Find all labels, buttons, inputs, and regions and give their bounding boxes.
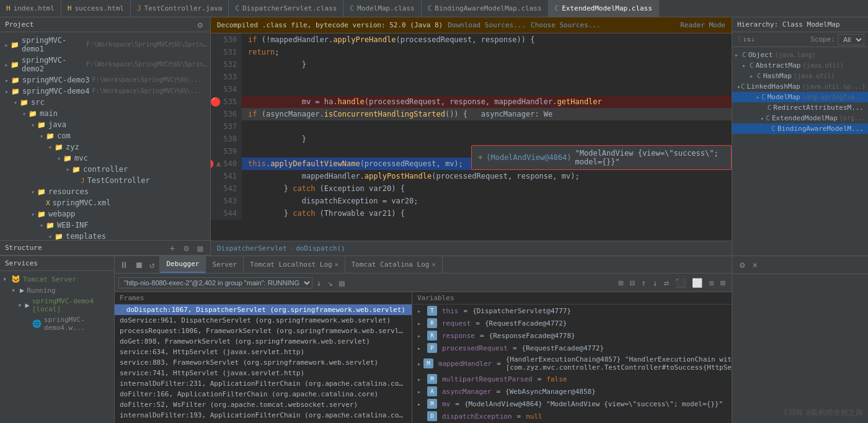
- debug-stop-icon[interactable]: ⏹: [132, 259, 146, 271]
- debug-extra8[interactable]: ≡: [706, 277, 716, 289]
- tab-tomcat-catalina-close[interactable]: ×: [432, 261, 436, 268]
- tree-item-main[interactable]: ▾📁main: [0, 108, 210, 119]
- breadcrumb-method[interactable]: doDispatch(): [296, 244, 345, 252]
- frame-item[interactable]: internalDoFilter:231, ApplicationFilterC…: [115, 378, 412, 389]
- tree-item-demo4[interactable]: ▸📁springMVC-demo4F:\Workspace\SpringMVC代…: [0, 86, 210, 97]
- debug-extra6[interactable]: ⬛: [673, 277, 688, 289]
- reader-mode-btn[interactable]: Reader Mode: [680, 21, 725, 29]
- var-item[interactable]: ▸Mmv={ModelAndView@4864} "ModelAndView {…: [412, 398, 732, 410]
- tab-server[interactable]: Server: [206, 256, 244, 273]
- tree-item-resources[interactable]: ▾📁resources: [0, 186, 210, 197]
- bottom-right-settings[interactable]: ⚙: [737, 259, 747, 271]
- frame-item[interactable]: processRequest:1006, FrameworkServlet (o…: [115, 326, 412, 336]
- var-item[interactable]: ▸Tthis={DispatcherServlet@4777}: [412, 305, 732, 317]
- tree-item-demo3[interactable]: ▸📁springMVC-demo3F:\Workspace\SpringMVC代…: [0, 74, 210, 86]
- debug-extra3[interactable]: ↑: [639, 277, 649, 289]
- tab-index[interactable]: H index.html: [0, 0, 61, 17]
- tree-item-java[interactable]: ▾📁java: [0, 119, 210, 130]
- frame-item[interactable]: doFilter:52, WsFilter (org.apache.tomcat…: [115, 399, 412, 410]
- hierarchy-item-linkedhashmap[interactable]: ▸CLinkedHashMap(java.util.sp...): [732, 81, 868, 92]
- download-sources-btn[interactable]: Download Sources...: [448, 21, 526, 29]
- frame-item[interactable]: service:741, HttpServlet (javax.servlet.…: [115, 368, 412, 378]
- debug-extra2[interactable]: ⊟: [627, 277, 637, 289]
- debugger-panel: ⏸ ⏹ ↺ Debugger Server Tomcat Localhost L…: [115, 256, 732, 423]
- debug-extra7[interactable]: ⬜: [689, 277, 705, 289]
- tab-extendedmodel[interactable]: C ExtendedModelMap.class: [549, 0, 659, 17]
- frame-item[interactable]: doFilter:166, ApplicationFilterChain (or…: [115, 389, 412, 399]
- project-gear-icon[interactable]: ⚙: [195, 19, 205, 31]
- frames-list[interactable]: ✓doDispatch:1067, DispatcherServlet (org…: [115, 305, 412, 423]
- tab-success[interactable]: H success.html: [61, 0, 131, 17]
- tab-dispatcherservlet[interactable]: C DispatcherServlet.class: [229, 0, 343, 17]
- services-content[interactable]: ▾🐱Tomcat Server▾▶Running▾▶springMVC-demo…: [0, 271, 114, 423]
- struct-filter-icon[interactable]: ▤: [195, 242, 205, 254]
- var-item[interactable]: ▸AasyncManager={WebAsyncManager@4858}: [412, 385, 732, 398]
- tab-tomcat-localhost[interactable]: Tomcat Localhost Log ×: [244, 256, 345, 273]
- hierarchy-item-hashmap[interactable]: ▸CHashMap(java.util): [732, 71, 868, 81]
- service-item-running[interactable]: ▾▶Running: [0, 285, 114, 296]
- debug-step-into-icon[interactable]: ↘: [325, 277, 335, 289]
- project-tree[interactable]: ▸📁springMVC-demo1F:\Workspace\SpringMVC代…: [0, 32, 210, 240]
- debug-extra5[interactable]: ⇄: [662, 277, 671, 289]
- code-line-533: [242, 71, 732, 83]
- tree-item-zyz[interactable]: ▾📁zyz: [0, 141, 210, 153]
- choose-sources-btn[interactable]: Choose Sources...: [531, 21, 601, 29]
- variables-list[interactable]: ▸Tthis={DispatcherServlet@4777}▸Rrequest…: [412, 305, 732, 423]
- frame-item[interactable]: service:883, FrameworkServlet (org.sprin…: [115, 357, 412, 368]
- debug-extra4[interactable]: ↓: [650, 277, 660, 289]
- thread-selector[interactable]: "http-nio-8080-exec-2"@2,402 in group "m…: [118, 277, 312, 288]
- debug-step-over-icon[interactable]: ↓: [314, 277, 324, 289]
- scope-select[interactable]: All: [838, 34, 864, 45]
- tab-modelmap[interactable]: C ModelMap.class: [343, 0, 421, 17]
- frame-item[interactable]: ✓doDispatch:1067, DispatcherServlet (org…: [115, 305, 412, 315]
- tab-debugger[interactable]: Debugger: [160, 256, 206, 273]
- tree-item-com[interactable]: ▾📁com: [0, 130, 210, 141]
- var-item[interactable]: ▸Rrequest={RequestFacade@4772}: [412, 317, 732, 329]
- info-bar: Decompiled .class file, bytecode version…: [211, 17, 732, 33]
- debug-extra9[interactable]: ⊞: [718, 277, 728, 289]
- var-item[interactable]: ▸MmappedHandler={HandlerExecutionChain@4…: [412, 354, 732, 373]
- editor-area[interactable]: 530531532533534🔴535536537538539🔴⚠5405415…: [211, 33, 732, 241]
- frame-item[interactable]: service:634, HttpServlet (javax.servlet.…: [115, 347, 412, 357]
- tree-item-webinf[interactable]: ▾📁WEB-INF: [0, 220, 210, 231]
- tree-item-demo1[interactable]: ▸📁springMVC-demo1F:\Workspace\SpringMVC代…: [0, 35, 210, 55]
- hierarchy-item-object[interactable]: ▸CObject(java.lang): [732, 50, 868, 60]
- tree-item-controller[interactable]: ▾📁controller: [0, 164, 210, 175]
- bottom-right-close[interactable]: ×: [750, 259, 760, 271]
- frame-item[interactable]: doGet:898, FrameworkServlet (org.springf…: [115, 336, 412, 347]
- breadcrumb-class[interactable]: DispatcherServlet: [217, 244, 287, 252]
- service-item-demo4[interactable]: ▾▶springMVC-demo4 [local]: [0, 296, 114, 314]
- service-item-tomcat[interactable]: ▾🐱Tomcat Server: [0, 274, 114, 285]
- tree-item-springmvc_xml[interactable]: XspringMVC.xml: [0, 197, 210, 208]
- debug-rerun-icon[interactable]: ↺: [147, 259, 157, 271]
- tree-item-templates[interactable]: ▾📁templates: [0, 231, 210, 240]
- tree-item-mvc[interactable]: ▾📁mvc: [0, 153, 210, 164]
- debug-filter-icon[interactable]: ▤: [337, 277, 347, 289]
- hierarchy-item-modelmap[interactable]: ▸CModelMap(org.springfra...: [732, 92, 868, 102]
- tab-tomcat-localhost-close[interactable]: ×: [335, 261, 339, 268]
- tab-bindingaware[interactable]: C BindingAwareModelMap.class: [422, 0, 549, 17]
- var-item[interactable]: DdispatchException=null: [412, 410, 732, 422]
- tree-item-webapp[interactable]: ▾📁webapp: [0, 208, 210, 220]
- frame-item[interactable]: doService:961, DispatcherServlet (org.sp…: [115, 315, 412, 326]
- hierarchy-item-abstractmap[interactable]: ▸CAbstractMap(java.util): [732, 60, 868, 71]
- hierarchy-tree[interactable]: ▸CObject(java.lang)▸CAbstractMap(java.ut…: [732, 47, 868, 256]
- var-item[interactable]: ▸Rresponse={ResponseFacade@4778}: [412, 329, 732, 342]
- struct-add-icon[interactable]: +: [167, 242, 177, 254]
- tree-item-testcontroller[interactable]: JTestController: [0, 175, 210, 186]
- tree-item-src[interactable]: ▾📁src: [0, 97, 210, 108]
- tab-tomcat-catalina[interactable]: Tomcat Catalina Log ×: [345, 256, 443, 273]
- hierarchy-item-bindingaware[interactable]: CBindingAwareModelM...: [732, 123, 868, 134]
- tab-testcontroller[interactable]: J TestController.java: [131, 0, 229, 17]
- debug-extra1[interactable]: ⊞: [616, 277, 626, 289]
- frame-item[interactable]: doFilter:166, ApplicationFilterChain (or…: [115, 421, 412, 423]
- var-item[interactable]: ▸MmultipartRequestParsed=false: [412, 373, 732, 385]
- hierarchy-item-extendedmodel[interactable]: ▸CExtendedModelMap(org...: [732, 113, 868, 123]
- hierarchy-item-redirectattr[interactable]: CRedirectAttributesM...: [732, 102, 868, 113]
- frame-item[interactable]: internalDoFilter:193, ApplicationFilterC…: [115, 410, 412, 421]
- debug-pause-icon[interactable]: ⏸: [117, 259, 131, 271]
- struct-settings-icon[interactable]: ⚙: [181, 242, 191, 254]
- tree-item-demo2[interactable]: ▸📁springMVC-demo2F:\Workspace\SpringMVC代…: [0, 55, 210, 74]
- service-item-demo4w[interactable]: 🌐springMVC-demo4.w...: [0, 314, 114, 333]
- var-item[interactable]: ▸PprocessedRequest={RequestFacade@4772}: [412, 342, 732, 354]
